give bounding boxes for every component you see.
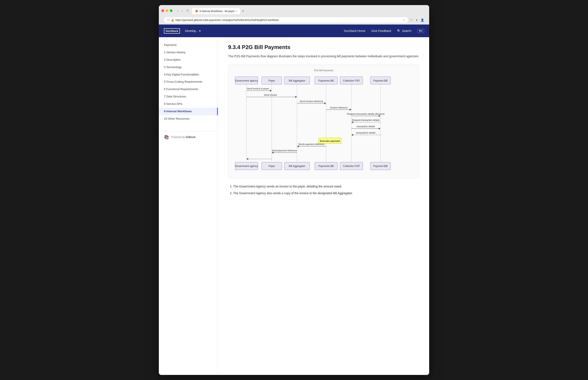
svg-marker-19 [270,90,272,92]
govstack-home-link[interactable]: GovStack Home [344,29,365,33]
gitbook-icon: 📚 [164,135,169,140]
search-icon: 🔍 [397,29,401,33]
sidebar-item-payments[interactable]: Payments [159,41,218,49]
sequence-diagram: Government agency Payer Bill Aggregator … [232,74,415,173]
svg-text:Collection FSP: Collection FSP [343,79,360,82]
sidebar-item-service-apis[interactable]: 8 Service APIs [159,100,218,108]
bookmark-icon[interactable]: ☆ [403,19,405,21]
svg-text:Request transaction details (A: Request transaction details (Amount) [347,113,384,115]
svg-text:Collection FSP: Collection FSP [343,165,360,168]
browser-tab[interactable]: 🦊 9 Internal Workflows - bb-paym × [192,8,240,14]
page-title: 9.3.4 P2G Bill Payments [228,44,419,51]
header-links: GovStack Home Give Feedback 🔍 Search ⌘K [344,29,424,33]
svg-marker-34 [352,121,353,123]
sidebar: Payments 1 Version History 2 Description… [159,37,218,375]
svg-text:Payer: Payer [268,79,275,82]
svg-text:Sends payment reference: Sends payment reference [298,143,324,145]
powered-by-label: Powered By GitBook [171,136,196,139]
svg-text:Government agency: Government agency [235,79,258,82]
page-description: The P2G Bill Payments flow diagram illus… [228,54,419,59]
security-icon: 🛡 [167,19,170,21]
lock-icon: 🔒 [171,19,174,21]
svg-text:Payer: Payer [268,165,275,168]
sidebar-item-data-structures[interactable]: 7 Data Structures [159,93,218,100]
address-bar[interactable]: 🛡 🔒 https://govstack.gitbook.io/bb-payme… [164,17,408,23]
logo-box: GovStack [164,28,180,34]
svg-text:Send Invoice to payer: Send Invoice to payer [247,87,269,90]
svg-text:Payment BB: Payment BB [374,165,388,168]
maximize-button[interactable] [170,9,173,12]
develop-label: Develop... [185,29,198,33]
svg-text:Payment BB: Payment BB [374,79,388,82]
svg-marker-28 [350,109,351,111]
chevron-down-icon: ▾ [199,29,201,33]
traffic-lights [161,9,173,12]
sidebar-item-description[interactable]: 2 Description [159,56,218,64]
give-feedback-link[interactable]: Give Feedback [371,29,391,33]
svg-marker-25 [324,102,326,104]
diagram-title: P2G Bill Payments [232,69,415,72]
tab-title: 9 Internal Workflows - bb-paym [200,10,235,13]
sidebar-item-cross-cutting[interactable]: 5 Cross-Cutting Requirements [159,78,218,86]
content-list: The Government Agency sends an invoice t… [228,184,419,196]
svg-marker-45 [297,145,299,148]
url-text: https://govstack.gitbook.io/bb-payments/… [176,19,402,21]
list-item: The Government Agency also sends a copy … [233,191,419,195]
download-icon: ⬇ [415,19,418,22]
content-area: 9.3.4 P2G Bill Payments The P2G Bill Pay… [218,37,429,375]
app-header: GovStack Develop... ▾ GovStack Home Give… [159,24,429,37]
svg-marker-48 [272,152,273,154]
minimize-button[interactable] [166,9,168,12]
tab-close-button[interactable]: × [236,10,237,13]
tab-favicon: 🦊 [195,10,198,13]
back-button[interactable]: ‹ [176,8,179,13]
svg-text:Invoice reference: Invoice reference [330,106,348,109]
develop-dropdown-button[interactable]: Develop... ▾ [185,29,201,33]
svg-text:transactions details: transactions details [356,132,375,134]
keyboard-shortcut-badge: ⌘K [417,29,424,33]
svg-text:Send Invoice: Send Invoice [264,94,277,96]
svg-marker-37 [379,128,380,130]
svg-text:Bill Aggregator: Bill Aggregator [289,79,305,82]
svg-text:Government agency: Government agency [235,165,258,168]
svg-text:Payments BB: Payments BB [319,79,334,82]
sidebar-item-version-history[interactable]: 1 Version History [159,49,218,56]
sidebar-item-terminology[interactable]: 3 Terminology [159,64,218,71]
profile-icon: 👤 [421,19,424,22]
sidebar-item-functional[interactable]: 6 Functional Requirements [159,86,218,93]
forward-button[interactable]: › [181,8,183,13]
sidebar-item-internal-workflows[interactable]: 9 Internal Workflows [159,108,218,115]
svg-text:Send Invoice reference: Send Invoice reference [300,100,323,102]
svg-marker-40 [352,134,353,136]
list-item: The Government Agency sends an invoice t… [233,184,419,189]
sidebar-footer: 📚 Powered By GitBook [159,131,218,143]
search-area[interactable]: 🔍 Search [397,29,411,33]
logo-area: GovStack [164,28,180,34]
sidebar-item-other-resources[interactable]: 10 Other Resources [159,115,218,123]
svg-text:Bill Aggregator: Bill Aggregator [289,165,305,168]
diagram-container: P2G Bill Payments Government agency Paye… [228,65,419,178]
new-tab-button[interactable]: + [240,8,246,14]
svg-text:Executes payment: Executes payment [320,140,340,142]
svg-text:transaction details: transaction details [357,125,375,128]
search-label: Search [402,29,411,33]
shield-icon: 🛡 [410,19,413,22]
svg-marker-22 [295,96,297,98]
svg-text:Send payment reference: Send payment reference [272,149,297,152]
sidebar-item-key-digital[interactable]: 4 Key Digital Functionalities [159,71,218,78]
reload-button[interactable]: ↻ [185,8,190,13]
main-layout: Payments 1 Version History 2 Description… [159,37,429,375]
svg-text:Payments BB: Payments BB [319,165,334,168]
svg-text:Request transaction details: Request transaction details [352,119,379,121]
svg-marker-51 [247,158,248,160]
svg-marker-31 [379,115,380,117]
close-button[interactable] [161,9,164,12]
